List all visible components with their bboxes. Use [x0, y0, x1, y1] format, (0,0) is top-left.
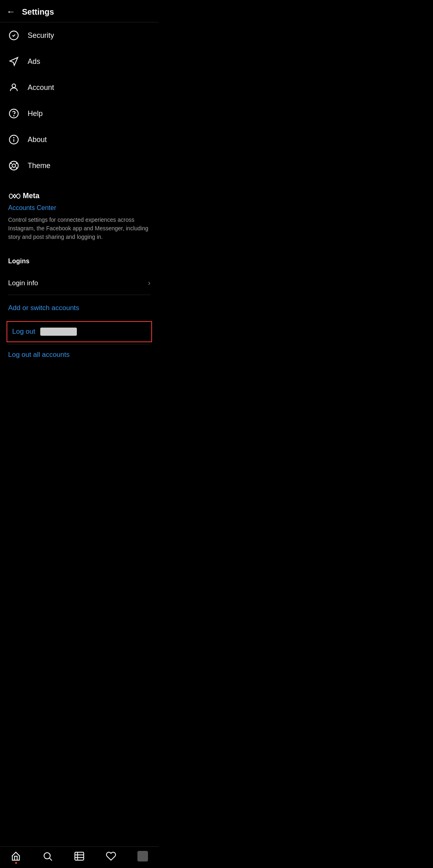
ads-icon: [8, 56, 20, 67]
accounts-center-link[interactable]: Accounts Center: [8, 204, 150, 212]
svg-point-12: [16, 167, 17, 168]
logout-label: Log out: [12, 328, 35, 336]
svg-point-9: [16, 163, 17, 164]
login-info-row[interactable]: Login info ›: [8, 271, 150, 295]
logins-inner: Login info › Add or switch accounts Log …: [0, 271, 159, 365]
meta-logo-text: Meta: [23, 192, 39, 200]
svg-point-8: [12, 164, 16, 168]
logins-title: Logins: [8, 258, 150, 265]
help-label: Help: [28, 109, 43, 118]
settings-header: ← Settings: [0, 0, 159, 22]
username-blur: [40, 328, 77, 336]
about-label: About: [28, 136, 47, 144]
menu-item-about[interactable]: About: [0, 127, 159, 153]
chevron-right-icon: ›: [148, 279, 150, 287]
svg-point-3: [13, 116, 14, 116]
svg-point-7: [9, 161, 18, 170]
security-label: Security: [28, 31, 54, 40]
svg-point-2: [9, 109, 18, 118]
menu-item-help[interactable]: Help: [0, 101, 159, 127]
theme-label: Theme: [28, 162, 50, 170]
meta-description: Control settings for connected experienc…: [8, 216, 150, 241]
settings-menu: Security Ads Account Help: [0, 22, 159, 182]
account-label: Account: [28, 83, 54, 92]
menu-item-ads[interactable]: Ads: [0, 48, 159, 74]
meta-logo-row: Meta: [8, 192, 150, 200]
svg-point-10: [11, 163, 12, 164]
security-icon: [8, 30, 20, 41]
login-info-label: Login info: [8, 279, 38, 287]
add-switch-row: Add or switch accounts: [8, 295, 150, 321]
meta-logo-icon: [8, 192, 21, 200]
meta-section: Meta Accounts Center Control settings fo…: [0, 182, 159, 248]
menu-item-theme[interactable]: Theme: [0, 153, 159, 179]
logout-highlighted-row[interactable]: Log out: [7, 321, 152, 342]
account-icon: [8, 82, 20, 93]
menu-item-account[interactable]: Account: [0, 74, 159, 101]
svg-point-11: [11, 167, 12, 168]
logins-section: Logins: [0, 248, 159, 265]
svg-point-6: [13, 138, 14, 138]
about-icon: [8, 134, 20, 145]
page-title: Settings: [22, 7, 54, 17]
logout-all-accounts-link[interactable]: Log out all accounts: [8, 344, 150, 365]
theme-icon: [8, 160, 20, 171]
svg-point-1: [12, 84, 16, 87]
back-button[interactable]: ←: [7, 7, 15, 17]
ads-label: Ads: [28, 57, 40, 66]
help-icon: [8, 108, 20, 119]
add-switch-accounts-link[interactable]: Add or switch accounts: [8, 297, 150, 319]
menu-item-security[interactable]: Security: [0, 22, 159, 48]
